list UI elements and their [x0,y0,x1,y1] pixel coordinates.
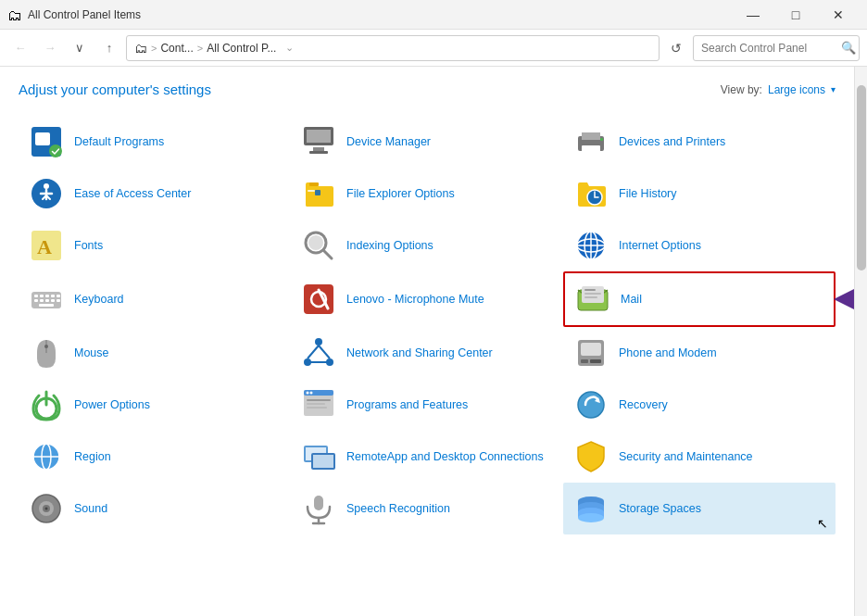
search-icon-button[interactable]: 🔍 [841,41,856,55]
svg-rect-6 [309,151,328,154]
address-field[interactable]: 🗂 > Cont... > All Control P... ⌄ [126,35,660,61]
item-mail[interactable]: Mail [563,271,836,327]
item-icon-phone-modem [572,334,609,371]
item-internet-options[interactable]: Internet Options [563,220,836,271]
item-file-explorer-options[interactable]: File Explorer Options [291,168,563,220]
item-ease-of-access[interactable]: Ease of Access Center [19,168,291,220]
dropdown-chevron: ⌄ [280,42,294,54]
svg-rect-72 [307,407,327,409]
item-storage-spaces[interactable]: Storage Spaces↖ [563,483,836,534]
svg-rect-50 [584,296,597,298]
item-icon-file-history [572,175,609,212]
view-by-label: View by: [721,83,762,96]
main-area: Adjust your computer's settings View by:… [0,67,867,616]
window-title: All Control Panel Items [28,8,141,21]
svg-point-55 [315,338,322,346]
minimize-button[interactable]: — [732,0,774,30]
item-label-security-maintenance: Security and Maintenance [619,449,753,464]
view-by-value[interactable]: Large icons [768,83,825,96]
up-button[interactable]: ↑ [96,35,122,61]
address-sep: > [151,43,157,54]
item-speech-recognition[interactable]: Speech Recognition [291,483,563,534]
item-label-mouse: Mouse [74,346,109,360]
item-icon-fonts: A [28,227,65,264]
svg-rect-70 [307,399,331,401]
svg-text:A: A [37,235,52,258]
svg-rect-64 [590,359,601,363]
svg-rect-89 [314,496,323,510]
svg-point-12 [44,183,49,189]
item-phone-modem[interactable]: Phone and Modem [563,327,836,379]
scrollbar-track[interactable] [854,67,867,616]
svg-point-69 [310,392,313,395]
svg-rect-9 [582,145,600,155]
svg-point-22 [308,235,323,250]
forward-button[interactable]: → [37,35,63,61]
titlebar: 🗂 All Control Panel Items — □ ✕ [0,0,867,30]
item-icon-recovery [572,386,609,423]
item-label-speech-recognition: Speech Recognition [346,501,450,516]
item-devices-and-printers[interactable]: Devices and Printers [563,116,836,168]
maximize-button[interactable]: □ [774,0,817,30]
svg-rect-38 [45,299,49,302]
svg-line-58 [308,346,319,358]
item-keyboard[interactable]: Keyboard [19,271,291,327]
refresh-button[interactable]: ↺ [663,35,689,61]
view-by-container: View by: Large icons ▾ [721,83,836,96]
item-security-maintenance[interactable]: Security and Maintenance [563,431,836,483]
breadcrumb-1: Cont... [160,42,193,55]
svg-line-23 [323,250,332,258]
svg-rect-13 [306,186,332,207]
svg-rect-14 [309,182,319,186]
svg-rect-15 [308,190,315,192]
svg-rect-63 [581,359,588,363]
svg-rect-34 [51,295,55,297]
item-icon-speech-recognition [300,490,337,527]
item-icon-programs-features [300,386,337,423]
item-label-recovery: Recovery [619,397,668,412]
item-fonts[interactable]: AFonts [19,220,291,271]
item-recovery[interactable]: Recovery [563,379,836,431]
item-lenovo-microphone[interactable]: Lenovo - Microphone Mute [291,271,563,327]
item-file-history[interactable]: File History [563,168,836,220]
search-input[interactable] [693,35,860,61]
item-icon-network-sharing [300,334,337,371]
svg-rect-48 [584,289,596,291]
dropdown-button[interactable]: ∨ [67,35,93,61]
item-power-options[interactable]: Power Options [19,379,291,431]
item-icon-indexing-options [300,227,337,264]
item-icon-storage-spaces [572,490,609,527]
svg-rect-39 [51,299,55,302]
item-region[interactable]: Region [19,431,291,483]
item-label-network-sharing: Network and Sharing Center [346,346,493,360]
svg-rect-36 [34,299,38,302]
search-container: 🔍 [693,35,860,61]
svg-rect-10 [600,138,603,141]
svg-rect-16 [315,190,320,195]
item-network-sharing[interactable]: Network and Sharing Center [291,327,563,379]
item-label-devices-and-printers: Devices and Printers [619,134,725,149]
item-indexing-options[interactable]: Indexing Options [291,220,563,271]
back-button[interactable]: ← [7,35,33,61]
app-icon: 🗂 [7,7,22,22]
svg-rect-4 [307,130,331,143]
item-sound[interactable]: Sound [19,483,291,534]
item-label-fonts: Fonts [74,238,103,253]
svg-rect-1 [35,132,50,145]
scrollbar-thumb[interactable] [857,85,866,270]
svg-rect-49 [584,293,601,295]
close-button[interactable]: ✕ [817,0,860,30]
item-label-indexing-options: Indexing Options [346,238,434,253]
item-label-storage-spaces: Storage Spaces [619,501,701,516]
breadcrumb-2: All Control P... [207,42,276,55]
item-icon-device-manager [300,123,337,160]
item-label-keyboard: Keyboard [74,292,124,307]
item-programs-features[interactable]: Programs and Features [291,379,563,431]
item-remoteapp[interactable]: RemoteApp and Desktop Connections [291,431,563,483]
item-label-internet-options: Internet Options [619,238,701,253]
item-default-programs[interactable]: Default Programs [19,116,291,168]
item-label-sound: Sound [74,501,107,516]
item-mouse[interactable]: Mouse [19,327,291,379]
addressbar: ← → ∨ ↑ 🗂 > Cont... > All Control P... ⌄… [0,30,867,67]
item-device-manager[interactable]: Device Manager [291,116,563,168]
